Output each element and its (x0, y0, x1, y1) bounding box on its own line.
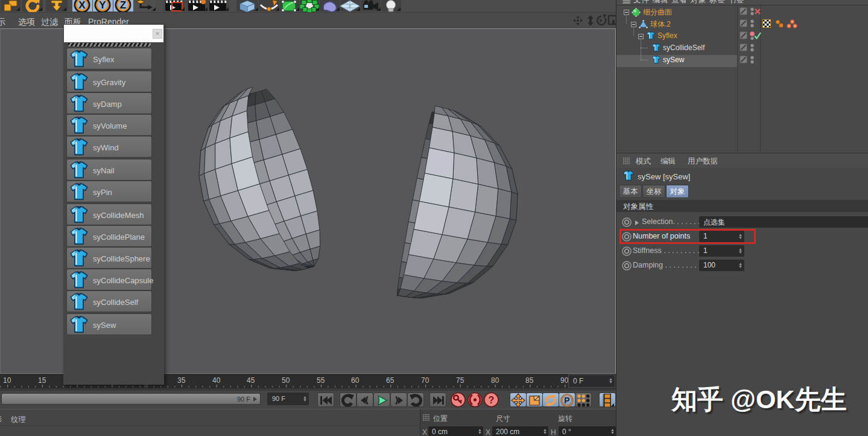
svg-text:P: P (564, 396, 569, 405)
svg-text:Y: Y (99, 0, 106, 11)
svg-text:?: ? (489, 395, 495, 405)
svg-text:Z: Z (120, 0, 126, 11)
svg-text:X: X (78, 0, 86, 11)
